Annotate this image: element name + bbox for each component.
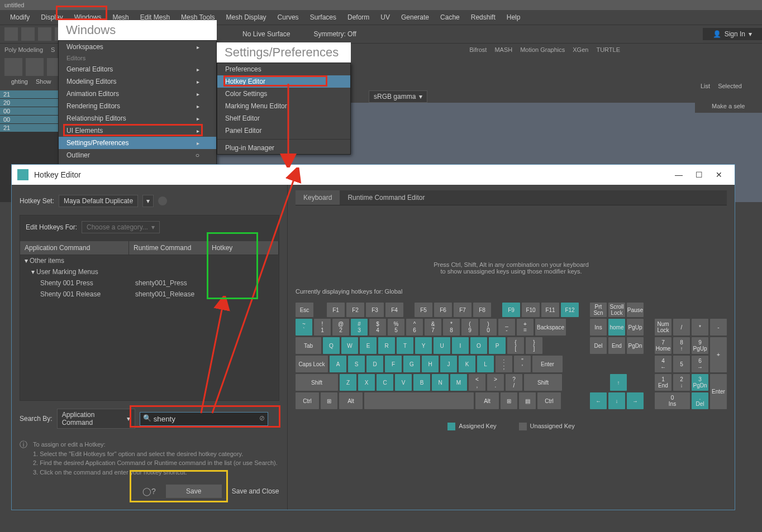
signin[interactable]: 👤Sign In▾: [703, 28, 762, 40]
kb-key-7home[interactable]: 7Home: [655, 337, 671, 354]
kb-key-f3[interactable]: F3: [366, 303, 384, 317]
kb-key-ctrl[interactable]: Ctrl: [296, 392, 319, 409]
edit-for-select[interactable]: Choose a category...▾: [82, 221, 160, 233]
tb-icon[interactable]: [4, 27, 18, 41]
kb-key-d[interactable]: D: [366, 356, 383, 372]
kb-key-r[interactable]: R: [378, 337, 395, 354]
kb-key-k[interactable]: K: [459, 356, 475, 372]
menu-marking-menu-editor[interactable]: Marking Menu Editor: [217, 100, 350, 112]
kb-key-t[interactable]: T: [397, 337, 413, 354]
kb-key-m[interactable]: M: [450, 374, 467, 391]
kb-key-f11[interactable]: F11: [541, 303, 559, 317]
kb-key-[interactable]: +=: [517, 319, 534, 336]
hotkey-set-select[interactable]: Maya Default Duplicate: [59, 195, 138, 207]
kb-key-z[interactable]: Z: [340, 374, 356, 391]
kb-key-n[interactable]: N: [432, 374, 449, 391]
shelf-tab[interactable]: MASH: [494, 46, 512, 53]
kb-key-x[interactable]: X: [358, 374, 375, 391]
kb-key-0[interactable]: )0: [480, 319, 497, 336]
shelf-icon[interactable]: [4, 58, 22, 76]
shelf-icon[interactable]: [26, 58, 44, 76]
kb-key-4[interactable]: $4: [369, 319, 386, 336]
kb-key-[interactable]: /: [673, 319, 690, 336]
kb-key-alt[interactable]: Alt: [475, 392, 499, 409]
kb-key-[interactable]: }]: [526, 337, 542, 354]
menu-preferences[interactable]: Preferences: [217, 63, 350, 75]
clear-icon[interactable]: ⊘: [259, 414, 265, 422]
kb-key-2[interactable]: @2: [332, 319, 349, 336]
menu-general-editors[interactable]: General Editors▸: [59, 63, 216, 75]
tab-keyboard[interactable]: Keyboard: [296, 190, 340, 205]
kb-key-9[interactable]: (9: [461, 319, 478, 336]
menu-curves[interactable]: Curves: [272, 11, 304, 23]
kb-key-[interactable]: _-: [498, 319, 515, 336]
help-icon[interactable]: ◯?: [142, 487, 156, 496]
col-appcmd[interactable]: Application Command: [20, 241, 129, 255]
kb-key-[interactable]: -: [710, 319, 727, 336]
shelf-tab[interactable]: TURTLE: [596, 46, 620, 53]
kb-key-ctrl[interactable]: Ctrl: [537, 392, 561, 409]
kb-key-[interactable]: *: [692, 319, 708, 336]
kb-key-f9[interactable]: F9: [502, 303, 520, 317]
shelf-tab[interactable]: Motion Graphics: [520, 46, 565, 53]
kb-key-[interactable]: ▤: [519, 392, 536, 409]
outliner-row[interactable]: 210: [0, 90, 67, 99]
kb-key-e[interactable]: E: [360, 337, 377, 354]
kb-key-[interactable]: ⊞: [321, 392, 337, 409]
kb-key-[interactable]: {[: [507, 337, 524, 354]
chevron-down-icon[interactable]: ▾: [142, 195, 154, 207]
tree-row[interactable]: ▾User Marking Menus: [20, 266, 279, 277]
kb-key-pgdn[interactable]: PgDn: [627, 337, 644, 354]
kb-key-[interactable]: >.: [487, 374, 504, 391]
kb-key-2[interactable]: 2↓: [673, 374, 690, 391]
menu-surfaces[interactable]: Surfaces: [304, 11, 342, 23]
shelf-tab[interactable]: Bifrost: [469, 46, 487, 53]
kb-key-[interactable]: ⊞: [501, 392, 517, 409]
kb-key-9pgup[interactable]: 9PgUp: [692, 337, 708, 354]
menu-help[interactable]: Help: [501, 11, 526, 23]
kb-key-tab[interactable]: Tab: [296, 337, 321, 354]
kb-key-f12[interactable]: F12: [561, 303, 579, 317]
kb-key-backspace[interactable]: Backspace: [535, 319, 566, 336]
tree-row[interactable]: ▾Other items: [20, 255, 279, 266]
search-by-select[interactable]: Application Command▾: [57, 409, 135, 429]
kb-key-6[interactable]: 6→: [692, 356, 708, 372]
minimize-button[interactable]: —: [669, 170, 689, 179]
menu-outliner[interactable]: Outliner○: [59, 149, 216, 161]
kb-key-end[interactable]: End: [608, 337, 625, 354]
kb-key-u[interactable]: U: [434, 337, 450, 354]
kb-key-home[interactable]: home: [608, 319, 625, 336]
kb-key-f8[interactable]: F8: [473, 303, 491, 317]
kb-key-f1[interactable]: F1: [327, 303, 345, 317]
kb-key-prtscn[interactable]: PrtScn: [590, 303, 607, 317]
rp-list[interactable]: List: [701, 83, 710, 89]
kb-key-scrolllock[interactable]: Scroll Lock: [608, 303, 625, 317]
kb-key-shift[interactable]: Shift: [524, 374, 562, 391]
kb-key-3pgdn[interactable]: 3PgDn: [692, 374, 708, 391]
kb-key-6[interactable]: ^6: [406, 319, 423, 336]
kb-key-f6[interactable]: F6: [434, 303, 452, 317]
rp-selected[interactable]: Selected: [718, 83, 742, 89]
kb-key-4[interactable]: 4←: [655, 356, 671, 372]
save-close-button[interactable]: Save and Close: [232, 487, 279, 495]
menu-modify[interactable]: Modify: [4, 11, 35, 23]
shelf-tab[interactable]: XGen: [573, 46, 588, 53]
menu-rendering-editors[interactable]: Rendering Editors▸: [59, 100, 216, 112]
menu-settings-preferences[interactable]: Settings/Preferences▸: [59, 137, 216, 149]
kb-key-enter[interactable]: Enter: [532, 356, 563, 372]
kb-key-h[interactable]: H: [422, 356, 439, 372]
kb-key-7[interactable]: &7: [425, 319, 441, 336]
menu-generate[interactable]: Generate: [396, 11, 435, 23]
menu-ui-elements[interactable]: UI Elements▸: [59, 124, 216, 137]
menu-color-settings[interactable]: Color Settings: [217, 88, 350, 100]
kb-key-5[interactable]: 5: [673, 356, 690, 372]
kb-key-del[interactable]: .Del: [692, 392, 708, 409]
kb-key-[interactable]: ?/: [506, 374, 522, 391]
kb-key-capslock[interactable]: Caps Lock: [296, 356, 328, 372]
kb-key-8[interactable]: *8: [443, 319, 460, 336]
kb-key-1[interactable]: !1: [314, 319, 331, 336]
kb-key-a[interactable]: A: [330, 356, 346, 372]
outliner-row[interactable]: 210: [0, 124, 67, 132]
kb-key-s[interactable]: S: [348, 356, 365, 372]
shelf-tab[interactable]: Poly Modeling: [4, 46, 43, 53]
